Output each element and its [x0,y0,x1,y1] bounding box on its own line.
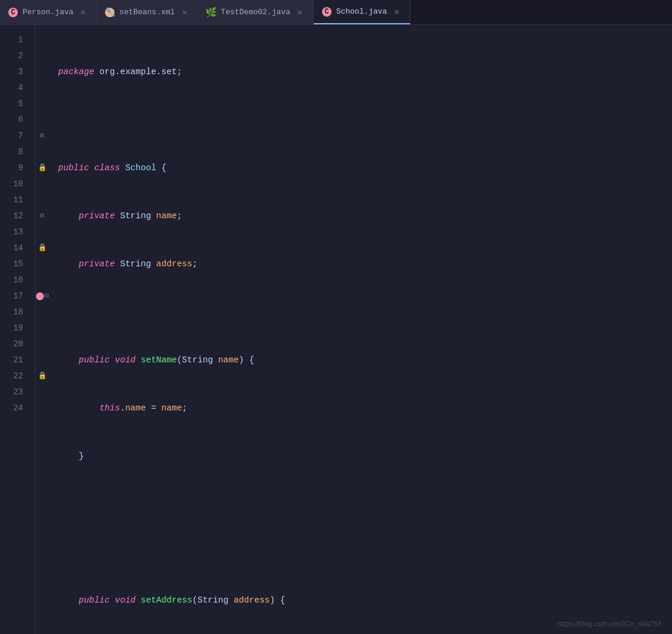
line-num-11: 11 [0,192,30,208]
line-num-19: 19 [0,320,30,336]
code-area: 1 2 3 4 5 6 7 8 9 10 11 12 13 14 15 16 1… [0,25,672,634]
line-num-4: 4 [0,80,30,96]
java-icon-person: C [8,8,18,17]
code-line-9: } [58,448,672,464]
line-num-17: 17 [0,288,30,304]
gutter-10 [36,176,49,192]
gutter-1 [36,32,49,48]
line-num-15: 15 [0,256,30,272]
line-num-10: 10 [0,176,30,192]
code-line-1: package org.example.set; [58,64,672,80]
line-num-12: 12 [0,208,30,224]
code-line-2 [58,112,672,128]
gutter-3 [36,64,49,80]
tab-school-label: School.java [336,7,387,16]
close-tab-school[interactable]: ✕ [392,5,402,18]
code-line-4: private String name; [58,208,672,224]
code-line-11 [58,544,672,560]
fold-icon-22[interactable]: 🔒 [38,368,47,384]
line-num-13: 13 [0,224,30,240]
gutter-2 [36,48,49,64]
line-num-2: 2 [0,48,30,64]
line-num-7: 7 [0,128,30,144]
gutter: ⊟ 🔒 ⊟ 🔒 ⬤ ⊟ 🔒 [36,25,49,634]
close-tab-setbeans[interactable]: ✕ [180,6,189,18]
tab-person[interactable]: C Person.java ✕ [0,0,97,24]
line-num-9: 9 [0,160,30,176]
gutter-14[interactable]: 🔒 [36,240,49,256]
line-num-21: 21 [0,352,30,368]
gutter-4 [36,80,49,96]
gutter-17: ⬤ ⊟ [36,288,49,304]
gutter-20 [36,336,49,352]
tab-person-label: Person.java [23,8,74,17]
fold-icon-17[interactable]: ⊟ [44,288,49,304]
gutter-23 [36,384,49,400]
gutter-13 [36,224,49,240]
tab-testdemo[interactable]: 🌿 TestDemo02.java ✕ [198,0,313,24]
code-line-6 [58,304,672,320]
gutter-8 [36,144,49,160]
code-line-5: private String address; [58,256,672,272]
spring-icon-testdemo: 🌿 [206,8,216,17]
close-tab-person[interactable]: ✕ [78,6,88,18]
gutter-19 [36,320,49,336]
fold-icon-7[interactable]: ⊟ [40,128,44,144]
gutter-6 [36,112,49,128]
line-num-6: 6 [0,112,30,128]
java-icon-school: C [322,7,332,17]
line-num-24: 24 [0,400,30,416]
code-line-12: public void setAddress(String address) { [58,592,672,608]
code-line-3: public class School { [58,160,672,176]
gutter-21 [36,352,49,368]
gutter-12[interactable]: ⊟ [36,208,49,224]
code-line-8: this.name = name; [58,400,672,416]
fold-icon-9[interactable]: 🔒 [38,160,47,176]
gutter-16 [36,272,49,288]
xml-icon-setbeans: 🔧 [105,8,114,17]
tab-setbeans[interactable]: 🔧 setBeans.xml ✕ [97,0,198,24]
tab-setbeans-label: setBeans.xml [119,8,175,17]
line-num-16: 16 [0,272,30,288]
line-num-20: 20 [0,336,30,352]
breakpoint-17[interactable]: ⬤ [36,288,44,304]
gutter-22[interactable]: 🔒 [36,368,49,384]
gutter-18 [36,304,49,320]
line-num-5: 5 [0,96,30,112]
fold-icon-12[interactable]: ⊟ [40,208,44,224]
watermark: https://blog.csdn.net/ICe_sea753 [558,620,661,628]
gutter-24 [36,400,49,416]
line-numbers: 1 2 3 4 5 6 7 8 9 10 11 12 13 14 15 16 1… [0,25,36,634]
tab-testdemo-label: TestDemo02.java [221,8,290,17]
code-line-10 [58,496,672,512]
gutter-11 [36,192,49,208]
line-num-14: 14 [0,240,30,256]
line-num-23: 23 [0,384,30,400]
line-num-3: 3 [0,64,30,80]
code-content[interactable]: package org.example.set; public class Sc… [49,25,672,634]
gutter-15 [36,256,49,272]
code-line-7: public void setName(String name) { [58,352,672,368]
line-num-1: 1 [0,32,30,48]
line-num-8: 8 [0,144,30,160]
fold-icon-14[interactable]: 🔒 [38,240,47,256]
line-num-22: 22 [0,368,30,384]
close-tab-testdemo[interactable]: ✕ [295,6,304,18]
gutter-9[interactable]: 🔒 [36,160,49,176]
gutter-7[interactable]: ⊟ [36,128,49,144]
tab-bar: C Person.java ✕ 🔧 setBeans.xml ✕ 🌿 TestD… [0,0,672,25]
gutter-5 [36,96,49,112]
tab-school[interactable]: C School.java ✕ [314,0,410,24]
line-num-18: 18 [0,304,30,320]
